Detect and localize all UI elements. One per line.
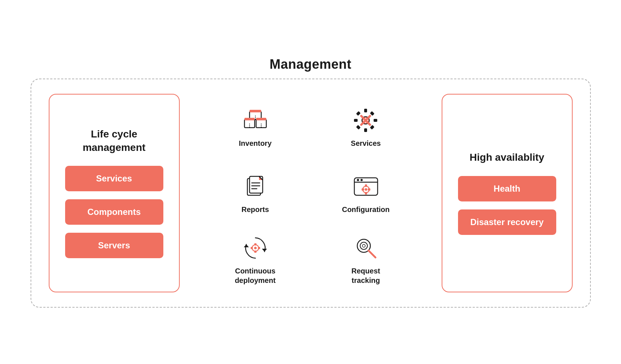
inventory-icon: [241, 106, 270, 135]
inventory-item: Inventory: [231, 99, 279, 155]
svg-rect-5: [250, 110, 261, 112]
svg-point-29: [361, 179, 363, 181]
svg-rect-12: [354, 119, 358, 122]
svg-point-45: [360, 242, 367, 249]
inventory-label: Inventory: [239, 139, 271, 148]
icons-grid: Inventory: [200, 94, 421, 292]
svg-rect-34: [362, 188, 364, 191]
services-button[interactable]: Services: [65, 166, 163, 191]
svg-rect-10: [364, 109, 367, 112]
svg-rect-14: [356, 111, 361, 116]
svg-rect-35: [368, 188, 370, 191]
svg-rect-43: [258, 247, 260, 249]
page-title: Management: [270, 57, 351, 72]
svg-point-28: [357, 179, 359, 181]
lifecycle-box: Life cyclemanagement Services Components…: [49, 94, 180, 292]
continuous-deployment-item: Continuousdeployment: [227, 226, 283, 292]
page-wrapper: Management Life cyclemanagement Services…: [0, 0, 621, 364]
outer-dashed-box: Life cyclemanagement Services Components…: [31, 79, 591, 308]
components-button[interactable]: Components: [65, 199, 163, 225]
configuration-label: Configuration: [342, 205, 390, 214]
svg-point-31: [365, 188, 367, 191]
configuration-icon: [351, 172, 381, 201]
svg-rect-33: [365, 192, 367, 195]
svg-rect-3: [244, 118, 255, 120]
svg-rect-11: [364, 128, 367, 132]
svg-point-39: [254, 247, 256, 249]
servers-button[interactable]: Servers: [65, 233, 163, 258]
svg-line-46: [369, 251, 375, 257]
disaster-recovery-button[interactable]: Disaster recovery: [458, 209, 556, 235]
svg-rect-41: [254, 251, 256, 253]
svg-point-47: [362, 244, 365, 247]
health-button[interactable]: Health: [458, 176, 556, 201]
lifecycle-title: Life cyclemanagement: [83, 128, 146, 154]
continuous-deployment-label: Continuousdeployment: [235, 266, 275, 285]
request-tracking-icon: [351, 233, 381, 263]
highavail-title: High availablity: [470, 151, 544, 164]
services-icon: [351, 106, 380, 135]
svg-rect-32: [365, 184, 367, 187]
request-tracking-item: Requesttracking: [344, 226, 388, 292]
highavail-box: High availablity Health Disaster recover…: [442, 94, 573, 292]
continuous-deployment-icon: [241, 233, 270, 263]
svg-rect-13: [374, 119, 377, 122]
reports-icon: [241, 172, 270, 201]
configuration-item: Configuration: [335, 165, 397, 221]
request-tracking-label: Requesttracking: [351, 266, 380, 285]
svg-marker-37: [244, 244, 249, 247]
svg-rect-17: [356, 125, 361, 129]
reports-item: Reports: [234, 165, 277, 221]
svg-marker-36: [262, 249, 267, 252]
services-icon-label: Services: [351, 139, 381, 148]
svg-rect-4: [256, 118, 266, 120]
svg-rect-42: [251, 247, 253, 249]
services-item: Services: [343, 99, 388, 155]
svg-rect-40: [254, 243, 256, 245]
reports-label: Reports: [242, 205, 269, 214]
